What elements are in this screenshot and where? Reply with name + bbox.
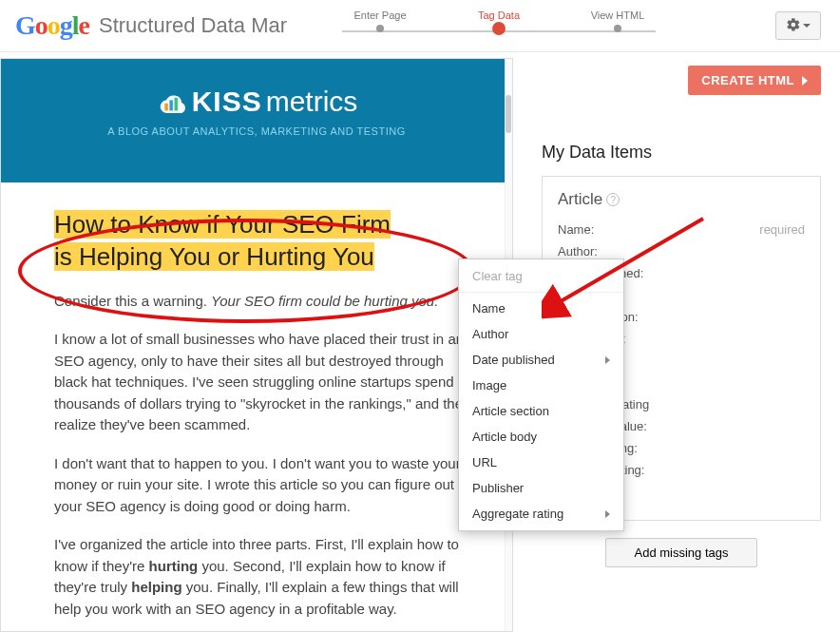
menu-clear-tag: Clear tag [459, 263, 623, 289]
menu-date-published[interactable]: Date published [459, 347, 623, 373]
step-enter-page[interactable]: Enter Page [333, 10, 428, 35]
article-paragraph[interactable]: I've organized the article into three pa… [54, 534, 472, 620]
svg-rect-2 [174, 97, 177, 110]
google-logo: Google [15, 10, 89, 41]
data-type-label: Article ? [558, 190, 805, 209]
chevron-down-icon [803, 24, 811, 28]
svg-rect-0 [164, 103, 167, 110]
scrollbar-thumb[interactable] [506, 95, 511, 133]
article-content[interactable]: How to Know if Your SEO Firm is Helping … [1, 182, 512, 620]
create-html-button[interactable]: CREATE HTML [688, 66, 821, 95]
chevron-right-icon [802, 76, 808, 86]
field-name[interactable]: Name:required [558, 219, 805, 240]
tool-title: Structured Data Mar [99, 13, 287, 38]
menu-publisher[interactable]: Publisher [459, 475, 623, 501]
gear-icon [786, 17, 801, 35]
site-header: KISSmetrics A BLOG ABOUT ANALYTICS, MARK… [1, 59, 512, 182]
add-missing-tags-button[interactable]: Add missing tags [605, 538, 757, 567]
menu-url[interactable]: URL [459, 450, 623, 475]
submenu-arrow-icon [605, 356, 610, 364]
article-paragraph[interactable]: I don't want that to happen to you. I do… [54, 453, 472, 518]
article-headline[interactable]: How to Know if Your SEO Firm is Helping … [54, 209, 472, 274]
help-icon[interactable]: ? [606, 193, 620, 206]
svg-rect-1 [169, 100, 172, 110]
page-preview[interactable]: KISSmetrics A BLOG ABOUT ANALYTICS, MARK… [0, 58, 513, 632]
menu-article-section[interactable]: Article section [459, 398, 623, 424]
menu-author[interactable]: Author [459, 321, 623, 347]
menu-aggregate-rating[interactable]: Aggregate rating [459, 501, 623, 527]
tag-context-menu: Clear tag Name Author Date published Ima… [458, 259, 624, 531]
step-tag-data[interactable]: Tag Data [451, 10, 546, 35]
menu-article-body[interactable]: Article body [459, 424, 623, 450]
menu-name[interactable]: Name [459, 296, 623, 321]
sidebar-heading: My Data Items [542, 95, 821, 163]
top-bar: Google Structured Data Mar Enter Page Ta… [0, 0, 840, 52]
article-paragraph[interactable]: I know a lot of small businesses who hav… [54, 329, 472, 436]
menu-image[interactable]: Image [459, 373, 623, 398]
settings-button[interactable] [775, 11, 821, 40]
submenu-arrow-icon [605, 510, 610, 518]
progress-steps: Enter Page Tag Data View HTML [333, 10, 665, 35]
cloud-chart-icon [156, 89, 188, 114]
site-logo: KISSmetrics [156, 86, 358, 118]
step-view-html[interactable]: View HTML [570, 10, 665, 35]
article-paragraph[interactable]: Consider this a warning. Your SEO firm c… [54, 291, 472, 313]
site-tagline: A BLOG ABOUT ANALYTICS, MARKETING AND TE… [1, 125, 512, 137]
